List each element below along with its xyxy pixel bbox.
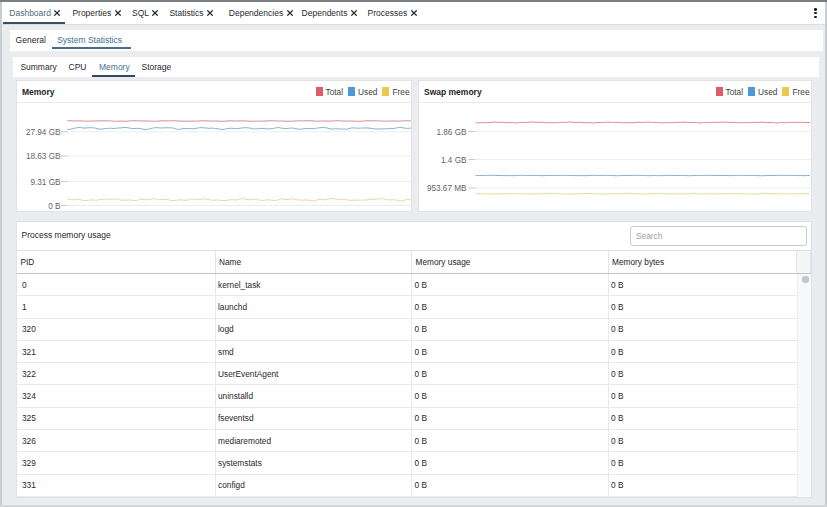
svg-text:1.86 GB: 1.86 GB [436,128,467,137]
svg-text:9.31 GB: 9.31 GB [30,178,61,187]
svg-text:18.63 GB: 18.63 GB [26,152,61,161]
svg-text:0 B: 0 B [48,202,61,211]
svg-text:1.4 GB: 1.4 GB [441,156,467,165]
svg-text:27.94 GB: 27.94 GB [26,128,61,137]
svg-text:953.67 MB: 953.67 MB [427,184,467,193]
